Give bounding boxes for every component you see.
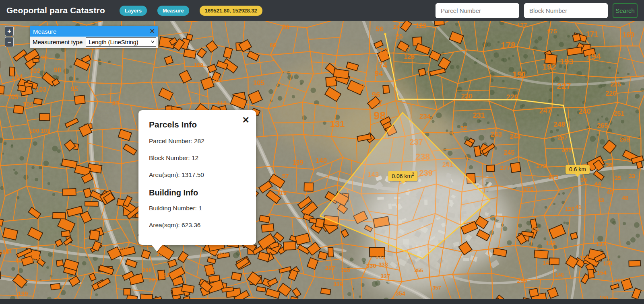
map-canvas[interactable]: 8656241292512712873749499697981311771751… — [0, 21, 644, 304]
svg-text:298: 298 — [142, 267, 152, 273]
svg-text:243: 243 — [491, 131, 502, 138]
svg-text:153: 153 — [603, 260, 613, 267]
svg-text:98: 98 — [54, 67, 61, 74]
building-number-value: Building Number: 1 — [149, 205, 246, 212]
svg-text:139: 139 — [293, 159, 303, 166]
zoom-in-button[interactable]: + — [5, 26, 14, 36]
svg-text:308: 308 — [216, 251, 225, 258]
svg-text:154: 154 — [597, 269, 607, 276]
svg-text:333: 333 — [378, 261, 388, 268]
measurement-type-label: Measurement type — [33, 39, 83, 45]
svg-text:244: 244 — [510, 133, 521, 140]
svg-text:265: 265 — [597, 122, 608, 129]
measure-dialog: Measure ✕ Measurement type Length (LineS… — [30, 26, 158, 48]
svg-text:95: 95 — [71, 86, 78, 92]
svg-text:152: 152 — [579, 255, 589, 261]
parcel-number-input[interactable] — [436, 3, 519, 18]
chevron-down-icon: ˅ — [151, 39, 155, 45]
measure-tooltip: 0.6 km — [566, 165, 590, 174]
svg-text:104: 104 — [11, 73, 23, 81]
svg-text:325: 325 — [204, 266, 214, 273]
svg-text:74: 74 — [378, 61, 388, 70]
geoportal-app: Geoportal para Catastro Layers Measure 1… — [0, 0, 644, 304]
search-button[interactable]: Search — [613, 3, 638, 18]
measure-button[interactable]: Measure — [157, 6, 189, 16]
svg-text:247: 247 — [539, 107, 551, 115]
svg-text:191: 191 — [512, 70, 527, 80]
svg-text:355: 355 — [414, 267, 423, 273]
svg-text:98: 98 — [374, 110, 386, 122]
measure-dialog-body: Measurement type Length (LineString) ˅ — [30, 37, 158, 48]
bottom-window-edge — [0, 299, 644, 304]
svg-text:33: 33 — [629, 173, 636, 179]
svg-text:305: 305 — [149, 277, 157, 283]
svg-text:169: 169 — [622, 31, 634, 39]
map[interactable]: 8656241292512712873749499697981311771751… — [0, 21, 644, 304]
svg-text:87: 87 — [112, 100, 119, 107]
svg-text:194: 194 — [586, 51, 601, 62]
svg-text:177: 177 — [517, 22, 527, 29]
svg-text:25: 25 — [396, 33, 403, 40]
svg-text:139: 139 — [545, 240, 555, 246]
svg-text:35: 35 — [615, 175, 621, 181]
svg-text:155: 155 — [615, 277, 623, 283]
svg-text:178: 178 — [501, 40, 516, 50]
svg-text:192: 192 — [542, 62, 556, 71]
svg-text:101: 101 — [41, 127, 50, 134]
svg-text:240: 240 — [579, 107, 591, 115]
svg-text:268: 268 — [619, 136, 630, 143]
svg-text:272: 272 — [536, 162, 546, 169]
svg-text:331: 331 — [375, 253, 385, 260]
svg-text:251: 251 — [614, 110, 625, 117]
svg-text:267: 267 — [557, 134, 568, 141]
svg-text:171: 171 — [586, 30, 598, 38]
svg-text:99: 99 — [41, 54, 48, 61]
svg-text:193: 193 — [560, 57, 573, 66]
svg-text:38: 38 — [580, 176, 587, 183]
svg-text:9: 9 — [360, 82, 365, 92]
svg-text:57: 57 — [282, 173, 289, 179]
svg-text:36: 36 — [606, 161, 613, 168]
svg-text:245: 245 — [504, 149, 515, 156]
svg-text:105: 105 — [253, 79, 264, 87]
measurement-type-value: Length (LineString) — [89, 39, 151, 45]
svg-text:301: 301 — [156, 251, 166, 257]
svg-text:140: 140 — [316, 157, 327, 164]
svg-text:339: 339 — [333, 281, 343, 288]
svg-text:97: 97 — [374, 98, 382, 107]
measurement-type-select[interactable]: Length (LineString) ˅ — [86, 37, 156, 47]
svg-text:269: 269 — [561, 146, 572, 153]
zoom-control: + − — [5, 26, 14, 47]
svg-text:226: 226 — [606, 90, 617, 97]
svg-text:86: 86 — [282, 24, 289, 31]
svg-text:103: 103 — [36, 86, 47, 93]
svg-text:327: 327 — [325, 265, 335, 271]
svg-text:106: 106 — [23, 101, 34, 108]
close-icon[interactable]: ✕ — [150, 28, 155, 35]
svg-text:37: 37 — [592, 164, 599, 171]
svg-text:147: 147 — [543, 259, 552, 266]
svg-text:66: 66 — [270, 42, 276, 48]
svg-text:119: 119 — [277, 189, 287, 196]
svg-text:225: 225 — [611, 81, 621, 88]
layers-button[interactable]: Layers — [120, 6, 147, 16]
svg-text:131: 131 — [330, 119, 345, 129]
svg-text:102: 102 — [30, 68, 41, 74]
app-title: Geoportal para Catastro — [6, 6, 105, 15]
svg-text:129: 129 — [416, 23, 427, 29]
svg-text:128: 128 — [404, 53, 415, 60]
measure-tooltip: 0.06 km2 — [388, 171, 417, 181]
block-number-input[interactable] — [524, 3, 608, 18]
top-bar: Geoportal para Catastro Layers Measure 1… — [0, 0, 644, 21]
zoom-out-button[interactable]: − — [5, 37, 14, 47]
svg-text:135: 135 — [531, 226, 540, 232]
svg-text:357: 357 — [432, 285, 441, 291]
block-number-value: Block Number: 12 — [149, 154, 246, 162]
svg-text:337: 337 — [380, 273, 390, 279]
measure-dialog-titlebar[interactable]: Measure ✕ — [30, 26, 158, 37]
svg-text:107: 107 — [212, 76, 222, 83]
building-area-value: Area(sqm): 623.36 — [149, 222, 246, 229]
close-icon[interactable]: ✕ — [242, 116, 250, 125]
svg-text:248: 248 — [554, 121, 565, 128]
svg-text:112: 112 — [217, 100, 227, 107]
